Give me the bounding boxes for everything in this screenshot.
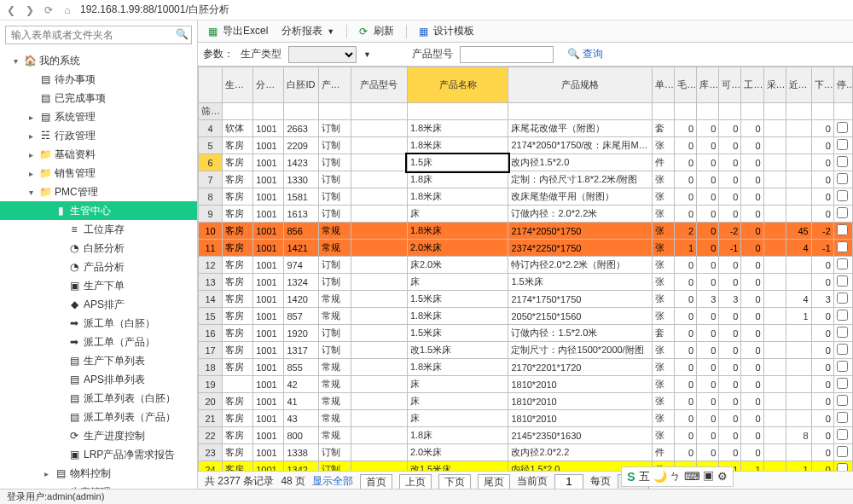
cell[interactable]: 0	[719, 393, 741, 410]
table-row[interactable]: 22客房1001800常规1.8床2145*2350*1630张000080	[199, 427, 853, 444]
cell[interactable]: 张	[653, 137, 675, 154]
cell[interactable]: 0	[675, 137, 697, 154]
cell[interactable]	[351, 240, 407, 257]
cell[interactable]: 0	[741, 257, 763, 274]
cell[interactable]: 1317	[284, 342, 318, 359]
cell[interactable]	[786, 325, 811, 342]
reload-icon[interactable]: ⟳	[41, 3, 56, 18]
filter-cell[interactable]	[811, 103, 833, 120]
cell[interactable]	[786, 342, 811, 359]
cell[interactable]: 张	[653, 393, 675, 410]
cell[interactable]	[786, 120, 811, 137]
cell[interactable]: 订制	[318, 274, 351, 291]
cell[interactable]: 2.0米床	[407, 240, 508, 257]
cell[interactable]: 客房	[223, 188, 253, 206]
cell[interactable]: 张	[653, 376, 675, 393]
tree-item[interactable]: ▸☵行政管理	[0, 126, 197, 145]
cell[interactable]: 0	[741, 342, 763, 359]
row-number[interactable]: 22	[199, 427, 223, 444]
cell[interactable]	[763, 376, 786, 393]
cell[interactable]: 0	[741, 274, 763, 291]
cell[interactable]: 0	[697, 359, 719, 376]
row-number[interactable]: 7	[199, 171, 223, 188]
cell[interactable]	[763, 444, 786, 461]
column-header[interactable]: 工厂在线	[741, 67, 763, 103]
cell[interactable]: 2374*2250*1750	[508, 240, 653, 257]
filter-cell[interactable]	[786, 103, 811, 120]
cell[interactable]: 2174*1750*1750	[508, 291, 653, 308]
current-page-input[interactable]	[554, 474, 583, 490]
tree-item[interactable]: ▸📁销售管理	[0, 164, 197, 182]
cell[interactable]: 0	[741, 223, 763, 240]
filter-cell[interactable]	[741, 103, 763, 120]
cell[interactable]: 0	[675, 325, 697, 342]
cell[interactable]: 0	[697, 223, 719, 240]
cell[interactable]: 0	[719, 359, 741, 376]
cell[interactable]	[351, 257, 407, 274]
disable-checkbox[interactable]	[837, 446, 848, 457]
cell[interactable]: 0	[741, 120, 763, 137]
column-header[interactable]: 近6月下单量	[786, 67, 811, 103]
cell[interactable]: 0	[741, 393, 763, 410]
forward-icon[interactable]: ❯	[22, 3, 38, 18]
cell[interactable]: 1.8床	[407, 427, 508, 444]
cell[interactable]: 857	[284, 308, 318, 325]
last-page-button[interactable]: 尾页	[478, 474, 510, 490]
cell[interactable]: 客房	[223, 291, 253, 308]
cell[interactable]: 1	[786, 461, 811, 472]
cell[interactable]: 1.8米床	[407, 308, 508, 325]
table-row[interactable]: 6客房10011423订制1.5床改内径1.5*2.0件00000	[199, 154, 853, 171]
cell[interactable]: 1.5床	[407, 154, 508, 171]
disable-checkbox[interactable]	[837, 327, 848, 338]
cell[interactable]	[763, 206, 786, 223]
cell[interactable]: 3	[697, 291, 719, 308]
refresh-button[interactable]: ⟳刷新	[354, 22, 399, 40]
cell[interactable]	[786, 376, 811, 393]
cell[interactable]	[763, 308, 786, 325]
cell[interactable]	[763, 359, 786, 376]
row-number[interactable]: 17	[199, 342, 223, 359]
cell[interactable]: 0	[697, 171, 719, 188]
design-button[interactable]: ▦设计模板	[414, 22, 479, 40]
cell[interactable]: 2	[675, 223, 697, 240]
cell[interactable]: 0	[697, 410, 719, 427]
cell[interactable]: 1001	[253, 257, 284, 274]
cell[interactable]: 常规	[318, 427, 351, 444]
filter-cell[interactable]	[719, 103, 741, 120]
cell[interactable]: 床	[407, 410, 508, 427]
table-row[interactable]: 8客房10011581订制1.8米床改床尾垫做平用（附图）张00000	[199, 188, 853, 206]
cell[interactable]: 0	[811, 461, 833, 472]
cell[interactable]	[763, 274, 786, 291]
cell[interactable]: 0	[697, 325, 719, 342]
column-header[interactable]: 毛需求量	[675, 67, 697, 103]
cell[interactable]: 1613	[284, 206, 318, 223]
cell[interactable]: 张	[653, 274, 675, 291]
cell[interactable]: 1.5米床	[407, 291, 508, 308]
column-header[interactable]	[199, 67, 223, 103]
disable-checkbox[interactable]	[837, 378, 848, 389]
cell[interactable]	[786, 410, 811, 427]
cell[interactable]: 0	[675, 154, 697, 171]
row-number[interactable]: 4	[199, 120, 223, 137]
address-bar[interactable]: 192.168.1.99:88/10001/白胚分析	[80, 3, 229, 17]
cell[interactable]: 0	[719, 137, 741, 154]
cell[interactable]: 0	[811, 188, 833, 206]
cell[interactable]: 0	[675, 427, 697, 444]
cell[interactable]: 0	[719, 257, 741, 274]
cell[interactable]: 床	[407, 206, 508, 223]
cell[interactable]: 1	[675, 240, 697, 257]
row-number[interactable]: 18	[199, 359, 223, 376]
cell[interactable]: 客房	[223, 171, 253, 188]
cell[interactable]: 张	[653, 240, 675, 257]
cell[interactable]: 1001	[253, 461, 284, 472]
cell[interactable]: 0	[719, 325, 741, 342]
cell[interactable]: 客房	[223, 137, 253, 154]
cell[interactable]	[351, 171, 407, 188]
cell[interactable]	[351, 120, 407, 137]
disable-checkbox[interactable]	[837, 122, 848, 133]
row-number[interactable]: 10	[199, 223, 223, 240]
cell[interactable]	[763, 427, 786, 444]
filter-cell[interactable]	[253, 103, 284, 120]
cell[interactable]: 张	[653, 291, 675, 308]
cell[interactable]: 1810*2010	[508, 393, 653, 410]
